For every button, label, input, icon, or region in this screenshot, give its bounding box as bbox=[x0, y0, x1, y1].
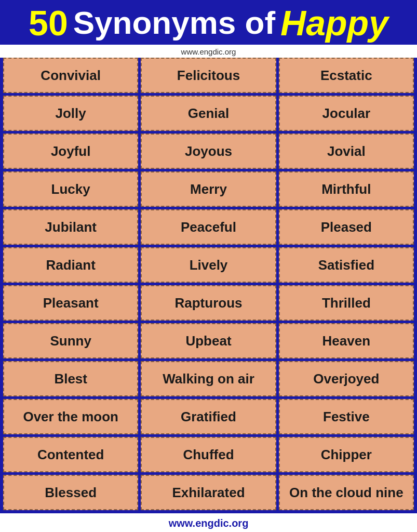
word-label: Joyful bbox=[51, 143, 91, 159]
url-top: www.engdic.org bbox=[181, 47, 236, 56]
word-label: Lively bbox=[190, 257, 228, 273]
word-label: Satisfied bbox=[318, 257, 374, 273]
word-label: Chuffed bbox=[183, 447, 234, 463]
word-cell: Jolly bbox=[3, 96, 138, 131]
url-bottom: www.engdic.org bbox=[169, 517, 249, 529]
word-label: Radiant bbox=[46, 257, 95, 273]
header-middle-text: Synonyms of bbox=[73, 7, 275, 39]
word-cell: Walking on air bbox=[141, 361, 276, 396]
word-label: Jocular bbox=[322, 105, 371, 122]
word-label: Sunny bbox=[50, 333, 91, 349]
word-label: Pleased bbox=[321, 219, 372, 235]
word-label: Heaven bbox=[322, 333, 371, 349]
website-top: www.engdic.org bbox=[0, 45, 417, 58]
word-label: Pleasant bbox=[43, 295, 99, 311]
website-bottom: www.engdic.org bbox=[0, 513, 417, 532]
word-cell: Genial bbox=[141, 96, 276, 131]
header-happy-word: Happy bbox=[280, 5, 388, 41]
word-cell: Exhilarated bbox=[141, 475, 276, 510]
header-number: 50 bbox=[29, 5, 68, 41]
word-cell: Rapturous bbox=[141, 285, 276, 321]
word-cell: Joyous bbox=[141, 134, 276, 169]
word-label: Thrilled bbox=[322, 295, 371, 311]
word-cell: Merry bbox=[141, 171, 276, 207]
word-cell: Felicitous bbox=[141, 58, 276, 93]
word-cell: Blest bbox=[3, 361, 138, 396]
word-cell: Joyful bbox=[3, 134, 138, 169]
word-cell: Pleasant bbox=[3, 285, 138, 321]
word-cell: Festive bbox=[279, 399, 414, 434]
word-label: Contented bbox=[37, 447, 104, 463]
word-cell: Blessed bbox=[3, 475, 138, 510]
word-label: Jovial bbox=[327, 143, 366, 159]
word-cell: Over the moon bbox=[3, 399, 138, 434]
word-cell: Sunny bbox=[3, 323, 138, 358]
word-label: Gratified bbox=[181, 409, 236, 425]
word-label: Merry bbox=[190, 181, 227, 197]
word-label: Convivial bbox=[41, 68, 101, 84]
word-cell: Ecstatic bbox=[279, 58, 414, 93]
word-cell: Contented bbox=[3, 437, 138, 472]
word-label: Joyous bbox=[185, 143, 232, 159]
word-cell: Pleased bbox=[279, 209, 414, 245]
word-cell: On the cloud nine bbox=[279, 475, 414, 510]
word-cell: Jubilant bbox=[3, 209, 138, 245]
word-cell: Thrilled bbox=[279, 285, 414, 321]
word-cell: Mirthful bbox=[279, 171, 414, 207]
word-label: Overjoyed bbox=[313, 371, 379, 387]
word-cell: Chuffed bbox=[141, 437, 276, 472]
word-cell: Chipper bbox=[279, 437, 414, 472]
word-label: Lucky bbox=[51, 181, 90, 197]
word-label: Mirthful bbox=[321, 181, 371, 197]
word-label: Rapturous bbox=[174, 295, 242, 311]
word-label: Genial bbox=[188, 105, 229, 122]
word-cell: Upbeat bbox=[141, 323, 276, 358]
word-cell: Jovial bbox=[279, 134, 414, 169]
words-grid: ConvivialFelicitousEcstaticJollyGenialJo… bbox=[3, 58, 414, 510]
word-label: On the cloud nine bbox=[289, 485, 403, 501]
word-label: Blessed bbox=[45, 485, 97, 501]
word-label: Jubilant bbox=[45, 219, 97, 235]
word-label: Ecstatic bbox=[320, 68, 372, 84]
word-label: Exhilarated bbox=[172, 485, 245, 501]
word-cell: Overjoyed bbox=[279, 361, 414, 396]
word-cell: Heaven bbox=[279, 323, 414, 358]
grid-container: ConvivialFelicitousEcstaticJollyGenialJo… bbox=[0, 58, 417, 513]
word-label: Felicitous bbox=[177, 68, 240, 84]
word-label: Blest bbox=[54, 371, 87, 387]
word-cell: Radiant bbox=[3, 247, 138, 283]
word-cell: Lucky bbox=[3, 171, 138, 207]
header: 50 Synonyms of Happy bbox=[0, 0, 417, 45]
word-cell: Peaceful bbox=[141, 209, 276, 245]
word-label: Jolly bbox=[56, 105, 86, 122]
word-label: Upbeat bbox=[185, 333, 231, 349]
word-cell: Convivial bbox=[3, 58, 138, 93]
word-cell: Gratified bbox=[141, 399, 276, 434]
word-cell: Lively bbox=[141, 247, 276, 283]
word-cell: Satisfied bbox=[279, 247, 414, 283]
word-label: Chipper bbox=[321, 447, 372, 463]
word-label: Over the moon bbox=[23, 409, 118, 425]
word-label: Festive bbox=[323, 409, 370, 425]
word-label: Walking on air bbox=[163, 371, 254, 387]
word-label: Peaceful bbox=[181, 219, 236, 235]
word-cell: Jocular bbox=[279, 96, 414, 131]
